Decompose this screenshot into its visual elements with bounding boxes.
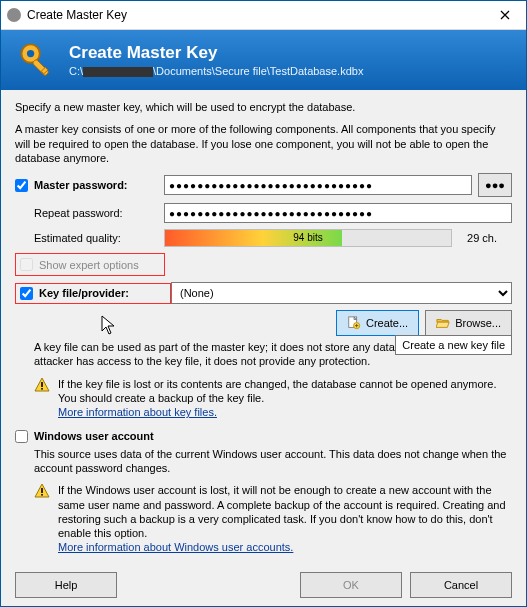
wua-warning: If the Windows user account is lost, it … <box>34 483 512 554</box>
window-title: Create Master Key <box>27 8 484 22</box>
new-file-icon <box>347 316 361 330</box>
key-file-checkbox[interactable] <box>20 287 33 300</box>
show-expert-options-label: Show expert options <box>39 259 139 271</box>
svg-rect-8 <box>41 488 43 493</box>
database-path: C:\\Documents\Secure file\TestDatabase.k… <box>69 64 363 78</box>
dialog-window: Create Master Key Create Master Key C:\\… <box>0 0 527 607</box>
cancel-button[interactable]: Cancel <box>410 572 512 598</box>
help-button[interactable]: Help <box>15 572 117 598</box>
master-password-label: Master password: <box>34 179 164 191</box>
wua-more-info-link[interactable]: More information about Windows user acco… <box>58 541 293 553</box>
warning-icon <box>34 483 50 499</box>
svg-rect-9 <box>41 494 43 496</box>
intro-text-2: A master key consists of one or more of … <box>15 122 512 165</box>
dialog-footer: Help OK Cancel <box>1 564 526 606</box>
svg-rect-6 <box>41 382 43 387</box>
master-password-row: Master password: ●●● <box>15 173 512 197</box>
svg-rect-7 <box>41 388 43 390</box>
master-password-field[interactable] <box>164 175 472 195</box>
titlebar: Create Master Key <box>1 1 526 30</box>
header-title: Create Master Key <box>69 42 363 64</box>
key-file-warning: If the key file is lost or its contents … <box>34 377 512 420</box>
key-file-more-info-link[interactable]: More information about key files. <box>58 406 217 418</box>
mouse-cursor-icon <box>101 315 117 337</box>
quality-bits: 94 bits <box>165 230 451 246</box>
key-file-label: Key file/provider: <box>39 287 129 299</box>
key-file-label-box: Key file/provider: <box>15 283 171 304</box>
header-banner: Create Master Key C:\\Documents\Secure f… <box>1 30 526 90</box>
quality-bar: 94 bits <box>164 229 452 247</box>
key-file-warning-text: If the key file is lost or its contents … <box>58 378 496 404</box>
create-button-label: Create... <box>366 317 408 329</box>
app-icon <box>7 8 21 22</box>
quality-row: Estimated quality: 94 bits 29 ch. <box>15 229 512 247</box>
browse-key-file-button[interactable]: Browse... <box>425 310 512 336</box>
browse-button-label: Browse... <box>455 317 501 329</box>
dialog-body: Specify a new master key, which will be … <box>1 90 526 555</box>
wua-warning-text: If the Windows user account is lost, it … <box>58 484 506 539</box>
warning-icon <box>34 377 50 393</box>
folder-open-icon <box>436 316 450 330</box>
key-file-buttons: Create... Browse... Create a new key fil… <box>15 310 512 336</box>
close-icon <box>500 10 510 20</box>
repeat-password-field[interactable] <box>164 203 512 223</box>
cancel-label: Cancel <box>444 579 478 591</box>
wua-label: Windows user account <box>34 430 154 442</box>
close-button[interactable] <box>484 1 526 29</box>
repeat-password-label: Repeat password: <box>34 207 164 219</box>
key-file-select[interactable]: (None) <box>171 282 512 304</box>
ok-label: OK <box>343 579 359 591</box>
path-prefix: C:\ <box>69 65 83 77</box>
wua-checkbox[interactable] <box>15 430 28 443</box>
reveal-password-button[interactable]: ●●● <box>478 173 512 197</box>
key-file-row: Key file/provider: (None) <box>15 282 512 304</box>
intro-text-1: Specify a new master key, which will be … <box>15 100 512 114</box>
master-password-checkbox[interactable] <box>15 179 28 192</box>
svg-point-1 <box>27 50 34 57</box>
create-key-file-button[interactable]: Create... <box>336 310 419 336</box>
show-expert-options-checkbox <box>20 258 33 271</box>
svg-rect-2 <box>32 59 49 76</box>
key-icon <box>15 38 59 82</box>
repeat-password-row: Repeat password: <box>15 203 512 223</box>
quality-chars: 29 ch. <box>452 232 512 244</box>
path-redacted <box>83 67 153 77</box>
wua-header: Windows user account <box>15 430 512 443</box>
quality-label: Estimated quality: <box>34 232 164 244</box>
ok-button[interactable]: OK <box>300 572 402 598</box>
wua-desc: This source uses data of the current Win… <box>34 447 512 476</box>
show-expert-options-row: Show expert options <box>15 253 165 276</box>
create-key-file-tooltip: Create a new key file <box>395 335 512 355</box>
path-suffix: \Documents\Secure file\TestDatabase.kdbx <box>153 65 363 77</box>
help-label: Help <box>55 579 78 591</box>
